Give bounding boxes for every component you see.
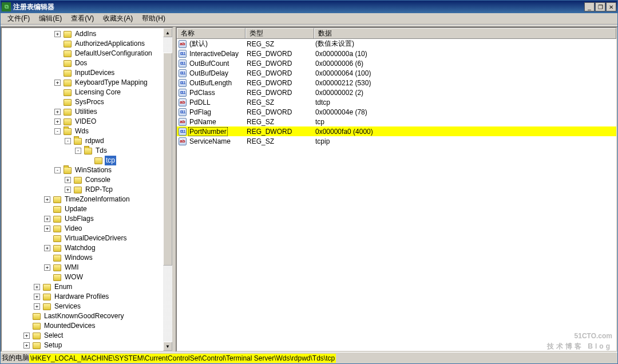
tree-item-label[interactable]: UsbFlags: [64, 214, 95, 224]
collapse-icon[interactable]: -: [65, 138, 71, 144]
expand-icon[interactable]: +: [44, 196, 50, 203]
scroll-track[interactable]: [163, 37, 172, 342]
expand-icon[interactable]: +: [44, 225, 50, 232]
tree-item-label[interactable]: Console: [84, 175, 112, 185]
value-row[interactable]: OutBufLengthREG_DWORD0x00000212 (530): [177, 78, 616, 88]
value-row[interactable]: PdDLLREG_SZtdtcp: [177, 97, 616, 107]
expand-icon[interactable]: +: [65, 177, 71, 183]
tree-item-label[interactable]: Select: [43, 331, 64, 341]
collapse-icon[interactable]: -: [54, 128, 61, 134]
tree-item[interactable]: Windows: [3, 253, 172, 263]
value-row[interactable]: OutBufCountREG_DWORD0x00000006 (6): [177, 58, 616, 68]
tree-item[interactable]: tcp: [3, 156, 172, 165]
tree-item[interactable]: VirtualDeviceDrivers: [3, 234, 172, 243]
expand-icon[interactable]: +: [44, 216, 50, 222]
tree-item-label[interactable]: RDP-Tcp: [84, 185, 114, 195]
tree-item[interactable]: +AddIns: [3, 29, 172, 39]
tree-item-label[interactable]: VIDEO: [74, 117, 97, 126]
close-button[interactable]: ✕: [606, 2, 616, 11]
tree-item-label[interactable]: WMI: [64, 263, 80, 272]
tree-item-label[interactable]: AuthorizedApplications: [74, 39, 146, 49]
menu-edit[interactable]: 编辑(E): [34, 13, 66, 25]
menu-favorites[interactable]: 收藏夹(A): [98, 13, 137, 25]
collapse-icon[interactable]: -: [75, 148, 81, 154]
tree-item-label[interactable]: WPA: [43, 350, 60, 352]
column-data[interactable]: 数据: [314, 28, 616, 38]
menu-file[interactable]: 文件(F): [3, 13, 34, 25]
tree-item[interactable]: +Enum: [3, 282, 172, 292]
tree-item-label[interactable]: LastKnownGoodRecovery: [43, 311, 125, 321]
value-row[interactable]: PdClassREG_DWORD0x00000002 (2): [177, 88, 616, 97]
value-row[interactable]: (默认)REG_SZ(数值未设置): [177, 39, 616, 49]
tree-item[interactable]: -Tds: [3, 146, 172, 156]
value-row[interactable]: PortNumberREG_DWORD0x00000fa0 (4000): [177, 126, 616, 136]
scroll-thumb[interactable]: [163, 53, 172, 266]
tree-item-label[interactable]: rdpwd: [84, 136, 105, 146]
expand-icon[interactable]: +: [44, 245, 50, 251]
tree-item-label[interactable]: Wds: [74, 126, 90, 136]
minimize-button[interactable]: _: [584, 2, 595, 11]
tree-item[interactable]: Update: [3, 204, 172, 214]
tree-item-label[interactable]: Services: [53, 302, 82, 311]
expand-icon[interactable]: +: [54, 31, 61, 37]
tree-item[interactable]: +VIDEO: [3, 117, 172, 126]
tree-item[interactable]: -Wds: [3, 126, 172, 136]
tree-item[interactable]: MountedDevices: [3, 321, 172, 331]
tree-item[interactable]: AuthorizedApplications: [3, 39, 172, 49]
tree-item-label[interactable]: VirtualDeviceDrivers: [64, 234, 128, 243]
tree-item[interactable]: LastKnownGoodRecovery: [3, 311, 172, 321]
tree-item-label[interactable]: WOW: [64, 272, 84, 282]
tree-item[interactable]: +KeyboardType Mapping: [3, 78, 172, 88]
expand-icon[interactable]: +: [44, 264, 50, 271]
tree-item[interactable]: +Setup: [3, 341, 172, 350]
tree-item-label[interactable]: tcp: [105, 156, 116, 165]
tree-item-label[interactable]: Licensing Core: [74, 88, 122, 97]
tree-item[interactable]: +Console: [3, 175, 172, 185]
maximize-button[interactable]: ❐: [595, 2, 605, 11]
tree-item-label[interactable]: Hardware Profiles: [53, 292, 110, 302]
value-row[interactable]: OutBufDelayREG_DWORD0x00000064 (100): [177, 68, 616, 78]
tree-item[interactable]: +RDP-Tcp: [3, 185, 172, 195]
expand-icon[interactable]: +: [23, 342, 30, 349]
registry-tree[interactable]: +AddInsAuthorizedApplicationsDefaultUser…: [2, 28, 172, 352]
tree-item[interactable]: +UsbFlags: [3, 214, 172, 224]
tree-item-label[interactable]: SysProcs: [74, 97, 105, 107]
tree-pane[interactable]: +AddInsAuthorizedApplicationsDefaultUser…: [1, 27, 173, 352]
tree-item[interactable]: +Hardware Profiles: [3, 292, 172, 302]
expand-icon[interactable]: +: [54, 109, 61, 115]
tree-item-label[interactable]: InputDevices: [74, 68, 116, 78]
tree-item-label[interactable]: Windows: [64, 253, 94, 263]
expand-icon[interactable]: +: [54, 118, 61, 125]
tree-item[interactable]: Licensing Core: [3, 88, 172, 97]
tree-item-label[interactable]: Utilities: [74, 107, 98, 117]
menu-help[interactable]: 帮助(H): [137, 13, 170, 25]
tree-item-label[interactable]: WinStations: [74, 165, 113, 175]
collapse-icon[interactable]: -: [54, 167, 61, 173]
tree-item-label[interactable]: Enum: [53, 282, 73, 292]
value-row[interactable]: PdNameREG_SZtcp: [177, 117, 616, 126]
tree-item[interactable]: Dos: [3, 58, 172, 68]
list-rows[interactable]: (默认)REG_SZ(数值未设置)InteractiveDelayREG_DWO…: [177, 39, 616, 146]
scroll-up-button[interactable]: ▲: [163, 28, 172, 37]
tree-item[interactable]: +Utilities: [3, 107, 172, 117]
tree-item-label[interactable]: Update: [64, 204, 88, 214]
tree-item-label[interactable]: MountedDevices: [43, 321, 96, 331]
tree-item-label[interactable]: KeyboardType Mapping: [74, 78, 149, 88]
tree-item[interactable]: DefaultUserConfiguration: [3, 49, 172, 58]
value-row[interactable]: ServiceNameREG_SZtcpip: [177, 136, 616, 146]
tree-item-label[interactable]: Dos: [74, 58, 88, 68]
tree-item[interactable]: SysProcs: [3, 97, 172, 107]
tree-item[interactable]: WOW: [3, 272, 172, 282]
value-row[interactable]: InteractiveDelayREG_DWORD0x0000000a (10): [177, 49, 616, 58]
column-name[interactable]: 名称: [177, 28, 245, 38]
tree-item-label[interactable]: Watchdog: [64, 243, 97, 253]
tree-scrollbar[interactable]: ▲ ▼: [163, 28, 172, 351]
tree-item[interactable]: +WPA: [3, 350, 172, 352]
expand-icon[interactable]: +: [34, 294, 40, 300]
tree-item-label[interactable]: Video: [64, 224, 83, 234]
tree-item-label[interactable]: TimeZoneInformation: [64, 195, 131, 204]
tree-item[interactable]: -WinStations: [3, 165, 172, 175]
tree-item[interactable]: +WMI: [3, 263, 172, 272]
expand-icon[interactable]: +: [65, 187, 71, 193]
list-pane[interactable]: 名称 类型 数据 (默认)REG_SZ(数值未设置)InteractiveDel…: [176, 27, 617, 352]
